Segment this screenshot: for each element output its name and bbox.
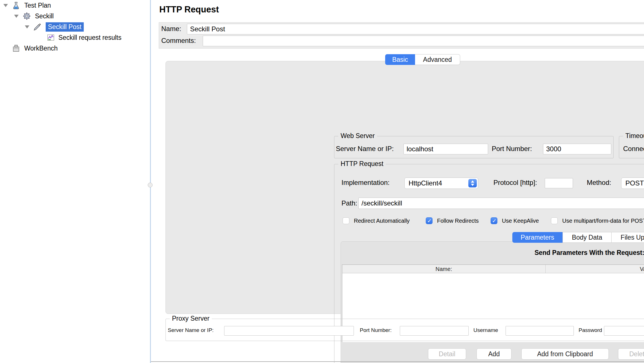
expand-triangle-icon[interactable]	[3, 4, 8, 7]
proxy-port-input[interactable]	[400, 326, 469, 336]
path-input[interactable]	[358, 198, 644, 209]
checkbox-label: Use KeepAlive	[502, 218, 539, 224]
name-input[interactable]	[187, 24, 644, 34]
parameters-panel: Send Parameters With the Request: Name: …	[341, 241, 644, 363]
proxy-server-name-input[interactable]	[224, 326, 354, 336]
protocol-input[interactable]	[545, 178, 573, 188]
follow-redirects-option: Follow Redirects	[426, 217, 479, 225]
checkbox-label: Follow Redirects	[437, 218, 479, 224]
splitpane-divider[interactable]	[150, 0, 151, 363]
tab-files-upload[interactable]: Files Upload	[611, 232, 644, 243]
protocol-label: Protocol [http]:	[493, 177, 537, 188]
jmeter-window: Test Plan Seckill Seckill Post Seckill	[0, 0, 644, 363]
proxy-username-label: Username	[473, 325, 498, 335]
expand-triangle-icon[interactable]	[25, 25, 29, 29]
tree-item-workbench[interactable]: WorkBench	[0, 43, 149, 54]
proxy-password-input[interactable]	[604, 326, 644, 336]
http-sampler-icon	[33, 23, 42, 31]
timeouts-fieldset: Timeouts (milliseconds) Connect: Respons…	[619, 136, 644, 158]
send-parameters-title: Send Parameters With the Request:	[341, 249, 644, 257]
implementation-select[interactable]: HttpClient4	[404, 178, 478, 189]
tree-item-seckill-post[interactable]: Seckill Post	[0, 21, 149, 32]
web-server-fieldset: Web Server Server Name or IP: Port Numbe…	[334, 136, 614, 158]
implementation-value: HttpClient4	[409, 179, 442, 187]
tree-item-label[interactable]: Seckill request results	[58, 34, 122, 41]
tab-body-data[interactable]: Body Data	[563, 232, 612, 243]
comments-input[interactable]	[203, 36, 644, 46]
web-server-legend: Web Server	[338, 132, 377, 140]
port-number-label: Port Number:	[492, 143, 532, 154]
detail-button[interactable]: Detail	[428, 348, 466, 360]
path-label: Path:	[341, 198, 357, 209]
delete-button[interactable]: Delete	[618, 348, 644, 360]
tab-parameters[interactable]: Parameters	[512, 232, 563, 243]
timeouts-legend: Timeouts (milliseconds)	[623, 132, 644, 140]
tab-advanced[interactable]: Advanced	[415, 54, 460, 65]
basic-settings-panel: Web Server Server Name or IP: Port Numbe…	[166, 61, 644, 314]
tree-item-seckill-request-results[interactable]: Seckill request results	[0, 32, 149, 43]
use-keepalive-option: Use KeepAlive	[491, 217, 539, 225]
expand-triangle-icon[interactable]	[14, 15, 19, 18]
redirect-automatically-option: Redirect Automatically	[343, 217, 410, 225]
proxy-server-fieldset: Proxy Server Server Name or IP: Port Num…	[166, 319, 644, 341]
multipart-form-data-checkbox[interactable]	[551, 217, 558, 224]
flask-icon	[12, 1, 20, 10]
checkbox-label: Redirect Automatically	[354, 218, 410, 224]
workbench-icon	[12, 44, 20, 53]
page-title: HTTP Request	[159, 5, 219, 15]
server-name-input[interactable]	[403, 144, 488, 154]
implementation-label: Implementation:	[341, 177, 390, 188]
tree-item-label[interactable]: Test Plan	[24, 2, 51, 9]
tree-item-label[interactable]: Seckill	[35, 12, 54, 20]
tree-item-seckill[interactable]: Seckill	[0, 11, 149, 21]
checkbox-label: Use multipart/form-data for POST	[562, 218, 644, 224]
tree-item-label[interactable]: WorkBench	[24, 45, 58, 52]
method-value: POST	[625, 179, 644, 187]
proxy-server-legend: Proxy Server	[170, 315, 212, 322]
pane-bottom-border	[151, 361, 644, 362]
gear-icon	[23, 12, 31, 20]
method-select[interactable]: POST	[621, 178, 644, 189]
proxy-port-label: Port Number:	[360, 325, 392, 335]
proxy-username-input[interactable]	[506, 326, 574, 336]
add-button[interactable]: Add	[477, 348, 511, 360]
parameters-table-header: Name: Value Encode? Include	[342, 265, 644, 273]
http-request-legend: HTTP Request	[338, 160, 386, 168]
add-from-clipboard-button[interactable]: Add from Clipboard	[521, 348, 609, 360]
tree-item-test-plan[interactable]: Test Plan	[0, 0, 149, 11]
use-keepalive-checkbox[interactable]	[491, 217, 497, 224]
column-header-value[interactable]: Value	[546, 265, 644, 273]
name-label: Name:	[161, 23, 181, 34]
server-name-label: Server Name or IP:	[336, 143, 394, 154]
column-header-name[interactable]: Name:	[342, 265, 546, 273]
tree-item-label-selected[interactable]: Seckill Post	[46, 22, 84, 32]
connect-timeout-label: Connect:	[623, 143, 644, 154]
results-listener-icon	[47, 33, 55, 42]
proxy-server-name-label: Server Name or IP:	[168, 325, 214, 335]
method-label: Method:	[587, 177, 611, 188]
stepper-arrows-icon[interactable]	[468, 179, 477, 187]
follow-redirects-checkbox[interactable]	[426, 217, 433, 224]
port-number-input[interactable]	[543, 144, 611, 154]
tab-basic[interactable]: Basic	[385, 54, 415, 65]
proxy-password-label: Password	[579, 325, 602, 335]
splitpane-handle[interactable]	[148, 183, 153, 187]
comments-label: Comments:	[161, 35, 196, 46]
redirect-automatically-checkbox[interactable]	[343, 217, 349, 224]
multipart-form-data-option: Use multipart/form-data for POST	[551, 217, 644, 225]
